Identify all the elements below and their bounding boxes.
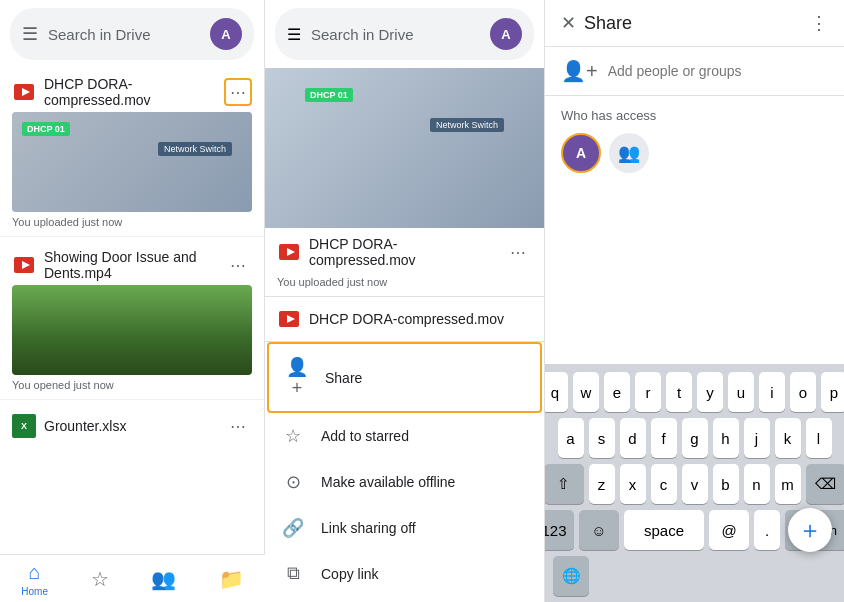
key-at[interactable]: @: [709, 510, 749, 550]
key-h[interactable]: h: [713, 418, 739, 458]
key-space[interactable]: space: [624, 510, 704, 550]
star-border-icon: ☆: [281, 425, 305, 447]
keyboard-row-2: a s d f g h j k l: [549, 418, 840, 458]
more-vert-icon[interactable]: ⋮: [810, 12, 828, 34]
key-w[interactable]: w: [573, 372, 599, 412]
nav-home-label: Home: [21, 586, 48, 597]
left-search-bar[interactable]: ☰ Search in Drive A: [10, 8, 254, 60]
key-l[interactable]: l: [806, 418, 832, 458]
middle-network-label: Network Switch: [430, 118, 504, 132]
xlsx-name: Grounter.xlsx: [44, 418, 216, 434]
file-item-2: Showing Door Issue and Dents.mp4 ⋯ You o…: [0, 241, 264, 400]
menu-item-link-sharing[interactable]: 🔗 Link sharing off: [265, 505, 544, 551]
key-x[interactable]: x: [620, 464, 646, 504]
close-button[interactable]: ✕: [561, 12, 576, 34]
key-period[interactable]: .: [754, 510, 780, 550]
key-o[interactable]: o: [790, 372, 816, 412]
key-k[interactable]: k: [775, 418, 801, 458]
middle-file-status: You uploaded just now: [265, 276, 544, 296]
menu-item-copy-link[interactable]: ⧉ Copy link: [265, 551, 544, 596]
key-shift[interactable]: ⇧: [544, 464, 584, 504]
file-status-2: You opened just now: [0, 375, 264, 391]
key-y[interactable]: y: [697, 372, 723, 412]
middle-file-thumb: DHCP 01 Network Switch: [265, 68, 544, 228]
nav-shared[interactable]: 👥: [151, 567, 176, 591]
file-name-2: Showing Door Issue and Dents.mp4: [44, 249, 216, 281]
file-name-1: DHCP DORA-compressed.mov: [44, 76, 216, 108]
key-f[interactable]: f: [651, 418, 677, 458]
key-r[interactable]: r: [635, 372, 661, 412]
key-q[interactable]: q: [542, 372, 568, 412]
menu-label-link-sharing: Link sharing off: [321, 520, 416, 536]
key-z[interactable]: z: [589, 464, 615, 504]
middle-file-name: DHCP DORA-compressed.mov: [309, 236, 496, 268]
key-g[interactable]: g: [682, 418, 708, 458]
more-button-1[interactable]: ⋯: [224, 78, 252, 106]
add-people-input[interactable]: [608, 63, 828, 79]
nav-starred[interactable]: ☆: [91, 567, 109, 591]
dhcp-badge: DHCP 01: [22, 122, 70, 136]
file-header-2: Showing Door Issue and Dents.mp4 ⋯: [0, 241, 264, 285]
key-u[interactable]: u: [728, 372, 754, 412]
xlsx-icon: X: [12, 414, 36, 438]
key-n[interactable]: n: [744, 464, 770, 504]
more-button-3[interactable]: ⋯: [224, 412, 252, 440]
people-icon: 👥: [151, 567, 176, 591]
left-search-text: Search in Drive: [48, 26, 200, 43]
xlsx-item[interactable]: X Grounter.xlsx ⋯: [0, 404, 264, 448]
middle-more-button[interactable]: ⋯: [504, 238, 532, 266]
key-d[interactable]: d: [620, 418, 646, 458]
folder-icon: 📁: [219, 567, 244, 591]
add-people-row[interactable]: 👤+: [545, 47, 844, 96]
avatar[interactable]: A: [210, 18, 242, 50]
key-m[interactable]: m: [775, 464, 801, 504]
menu-label-starred: Add to starred: [321, 428, 409, 444]
share-header: ✕ Share ⋮: [545, 0, 844, 47]
share-person-icon: 👤+: [285, 356, 309, 399]
menu-label-share: Share: [325, 370, 362, 386]
access-avatars: A 👥: [561, 133, 828, 173]
key-i[interactable]: i: [759, 372, 785, 412]
star-icon: ☆: [91, 567, 109, 591]
context-file-name: DHCP DORA-compressed.mov: [309, 311, 504, 327]
key-backspace[interactable]: ⌫: [806, 464, 845, 504]
menu-item-share[interactable]: 👤+ Share: [267, 342, 542, 413]
hamburger-icon: ☰: [22, 23, 38, 45]
context-video-icon: [277, 307, 301, 331]
owner-avatar[interactable]: A: [561, 133, 601, 173]
key-j[interactable]: j: [744, 418, 770, 458]
file-status-1: You uploaded just now: [0, 212, 264, 228]
menu-item-offline[interactable]: ⊙ Make available offline: [265, 459, 544, 505]
link-off-icon: 🔗: [281, 517, 305, 539]
nav-home[interactable]: ⌂ Home: [21, 561, 48, 597]
keyboard-row-3: ⇧ z x c v b n m ⌫: [549, 464, 840, 504]
key-b[interactable]: b: [713, 464, 739, 504]
video-icon-1: [12, 80, 36, 104]
middle-file-header: DHCP DORA-compressed.mov ⋯: [265, 228, 544, 276]
menu-item-send-copy[interactable]: ↩ Send a copy: [265, 596, 544, 602]
who-has-access-title: Who has access: [561, 108, 828, 123]
nav-files[interactable]: 📁: [219, 567, 244, 591]
who-has-access-section: Who has access A 👥: [545, 96, 844, 185]
copy-icon: ⧉: [281, 563, 305, 584]
middle-avatar[interactable]: A: [490, 18, 522, 50]
offline-icon: ⊙: [281, 471, 305, 493]
middle-search-text: Search in Drive: [311, 26, 480, 43]
context-menu: 👤+ Share ☆ Add to starred ⊙ Make availab…: [265, 342, 544, 602]
key-p[interactable]: p: [821, 372, 844, 412]
key-e[interactable]: e: [604, 372, 630, 412]
key-c[interactable]: c: [651, 464, 677, 504]
key-t[interactable]: t: [666, 372, 692, 412]
key-a[interactable]: a: [558, 418, 584, 458]
key-s[interactable]: s: [589, 418, 615, 458]
menu-item-starred[interactable]: ☆ Add to starred: [265, 413, 544, 459]
key-emoji[interactable]: ☺: [579, 510, 619, 550]
key-v[interactable]: v: [682, 464, 708, 504]
middle-hamburger-icon: ☰: [287, 25, 301, 44]
file-thumb-1: DHCP 01 Network Switch: [12, 112, 252, 212]
network-switch-label: Network Switch: [158, 142, 232, 156]
home-icon: ⌂: [29, 561, 41, 584]
more-button-2[interactable]: ⋯: [224, 251, 252, 279]
middle-search-bar[interactable]: ☰ Search in Drive A: [275, 8, 534, 60]
key-globe[interactable]: 🌐: [553, 556, 589, 596]
